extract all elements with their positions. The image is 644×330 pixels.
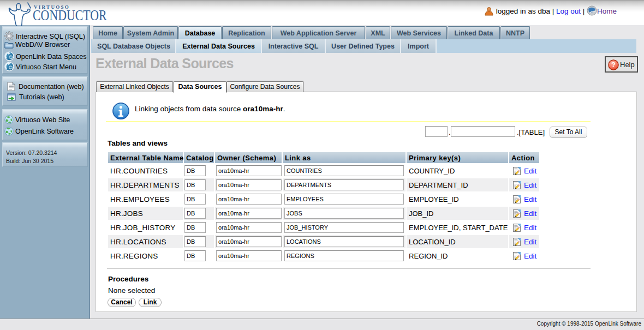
svg-text:?: ?: [611, 61, 616, 69]
